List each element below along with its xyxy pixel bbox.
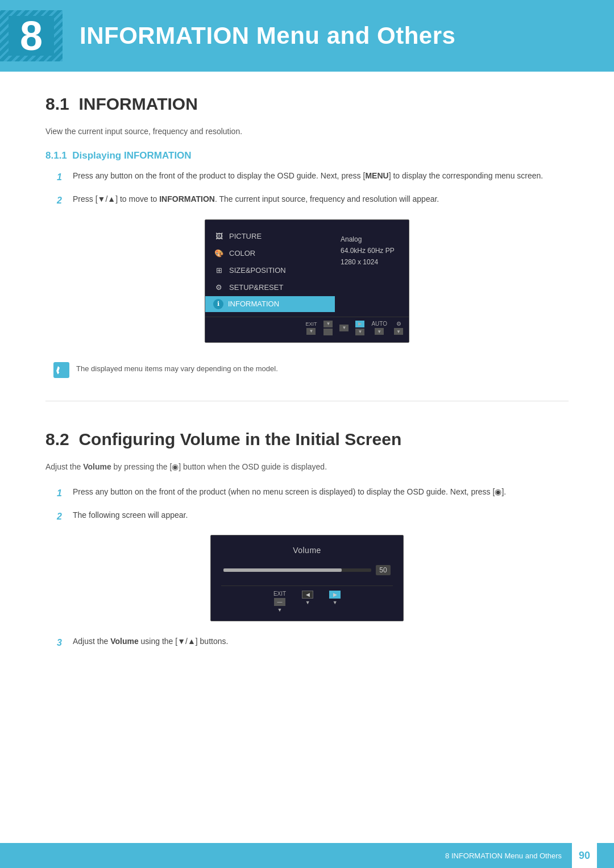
footer-text: 8 INFORMATION Menu and Others — [445, 852, 562, 860]
section-82-step3-list: 3 Adjust the Volume using the [▼/▲] butt… — [57, 635, 569, 650]
section-81-steps: 1 Press any button on the front of the p… — [57, 169, 569, 207]
section-81: 8.1 INFORMATION View the current input s… — [45, 94, 569, 384]
down-arrow-icon: ▼ — [323, 321, 333, 327]
osd-box: 🖼 PICTURE 🎨 COLOR ⊞ SIZE&POSITION ⚙ — [205, 219, 409, 343]
osd-info-line1: Analog — [341, 234, 403, 245]
osd-item-picture: 🖼 PICTURE — [205, 228, 335, 245]
volume-slider-fill — [223, 568, 342, 572]
vol-btn-increase: ▶ ▼ — [329, 591, 341, 605]
section-82-title: 8.2 Configuring Volume in the Initial Sc… — [45, 430, 569, 449]
section-82-desc: Adjust the Volume by pressing the [◉] bu… — [45, 460, 569, 473]
chapter-header: 8 INFORMATION Menu and Others — [0, 0, 614, 72]
osd-item-setup: ⚙ SETUP&RESET — [205, 279, 335, 296]
section-81-title: 8.1 INFORMATION — [45, 94, 569, 114]
step-3-volume-bold: Volume — [110, 637, 139, 646]
osd-btn-enter: ▶ ▼ — [355, 321, 364, 335]
increase-icon: ▶ — [329, 591, 341, 599]
step-82-2-num: 2 — [57, 509, 66, 524]
step-82-1: 1 Press any button on the front of the p… — [57, 485, 569, 501]
step-2-num: 2 — [57, 193, 66, 208]
page-footer: 8 INFORMATION Menu and Others 90 — [0, 843, 614, 868]
step-82-1-num: 1 — [57, 485, 66, 501]
osd-item-info: ℹ INFORMATION — [205, 296, 335, 312]
vol-btn-exit: EXIT — ▼ — [273, 591, 286, 613]
footer-page-number: 90 — [572, 843, 597, 868]
osd-btn-down: ▼ — [323, 321, 333, 335]
subsection-811-title: 8.1.1 Displaying INFORMATION — [45, 150, 569, 161]
step-1: 1 Press any button on the front of the p… — [57, 169, 569, 185]
chapter-title: INFORMATION Menu and Others — [80, 22, 455, 49]
step-82-3-text: Adjust the Volume using the [▼/▲] button… — [73, 635, 569, 650]
size-icon: ⊞ — [213, 265, 225, 276]
osd-item-size-label: SIZE&POSITION — [229, 266, 286, 275]
volume-osd-box: Volume 50 EXIT — ▼ ◀ ▼ — [210, 535, 404, 621]
up-arrow-icon — [323, 329, 333, 335]
picture-icon: 🖼 — [213, 231, 225, 242]
step-82-1-text: Press any button on the front of the pro… — [73, 485, 569, 501]
osd-info-line3: 1280 x 1024 — [341, 256, 403, 268]
step-1-num: 1 — [57, 169, 66, 185]
chapter-number-inner: 8 — [9, 16, 54, 56]
step-2: 2 Press [▼/▲] to move to INFORMATION. Th… — [57, 193, 569, 208]
chapter-number: 8 — [20, 13, 43, 59]
step-82-2-text: The following screen will appear. — [73, 509, 569, 524]
volume-bottom-bar: EXIT — ▼ ◀ ▼ ▶ ▼ — [221, 585, 393, 615]
page-content: 8.1 INFORMATION View the current input s… — [0, 94, 614, 707]
section-81-desc: View the current input source, frequency… — [45, 125, 569, 138]
color-icon: 🎨 — [213, 248, 225, 259]
osd-item-setup-label: SETUP&RESET — [229, 283, 283, 292]
vol-btn-decrease: ◀ ▼ — [302, 591, 313, 605]
decrease-icon: ◀ — [302, 591, 313, 599]
step-2-text: Press [▼/▲] to move to INFORMATION. The … — [73, 193, 569, 208]
volume-screenshot: Volume 50 EXIT — ▼ ◀ ▼ — [45, 535, 569, 621]
volume-bold: Volume — [83, 462, 111, 471]
volume-slider-track — [223, 568, 371, 572]
osd-menu-list: 🖼 PICTURE 🎨 COLOR ⊞ SIZE&POSITION ⚙ — [205, 228, 335, 312]
step-82-2: 2 The following screen will appear. — [57, 509, 569, 524]
section-82-steps: 1 Press any button on the front of the p… — [57, 485, 569, 524]
osd-info-area: Analog 64.0kHz 60Hz PP 1280 x 1024 — [335, 228, 409, 312]
osd-btn-up: ▼ — [339, 325, 349, 331]
setup-icon: ⚙ — [213, 282, 225, 293]
volume-value: 50 — [376, 565, 391, 575]
osd-item-color-label: COLOR — [229, 249, 255, 258]
section-divider — [45, 401, 569, 401]
exit-arrow-icon: ▼ — [306, 328, 316, 335]
osd-item-color: 🎨 COLOR — [205, 245, 335, 262]
chapter-number-box: 8 — [0, 10, 63, 61]
note-box: The displayed menu items may vary depend… — [45, 356, 569, 384]
svg-rect-2 — [57, 372, 59, 373]
osd-item-size: ⊞ SIZE&POSITION — [205, 262, 335, 279]
osd-screenshot: 🖼 PICTURE 🎨 COLOR ⊞ SIZE&POSITION ⚙ — [45, 219, 569, 343]
osd-btn-gear: ⚙ ▼ — [394, 321, 403, 335]
osd-content-wrap: 🖼 PICTURE 🎨 COLOR ⊞ SIZE&POSITION ⚙ — [205, 228, 409, 312]
osd-item-info-label: INFORMATION — [228, 300, 279, 308]
osd-bottom-bar: EXIT ▼ ▼ ▼ ▶ ▼ AUTO — [205, 317, 409, 338]
note-text: The displayed menu items may vary depend… — [76, 362, 278, 373]
section-82: 8.2 Configuring Volume in the Initial Sc… — [45, 430, 569, 650]
step-82-3-num: 3 — [57, 635, 66, 650]
note-icon — [53, 362, 69, 378]
volume-slider-row: 50 — [221, 565, 393, 575]
osd-btn-exit: EXIT ▼ — [305, 321, 317, 335]
osd-info-line2: 64.0kHz 60Hz PP — [341, 245, 403, 256]
info-icon: ℹ — [213, 299, 223, 309]
pencil-icon — [56, 365, 67, 375]
osd-btn-auto: AUTO ▼ — [371, 321, 387, 335]
step-1-text: Press any button on the front of the pro… — [73, 169, 569, 185]
step-82-3: 3 Adjust the Volume using the [▼/▲] butt… — [57, 635, 569, 650]
osd-item-picture-label: PICTURE — [229, 232, 262, 240]
exit-icon: — — [274, 598, 285, 606]
volume-osd-title: Volume — [221, 546, 393, 555]
